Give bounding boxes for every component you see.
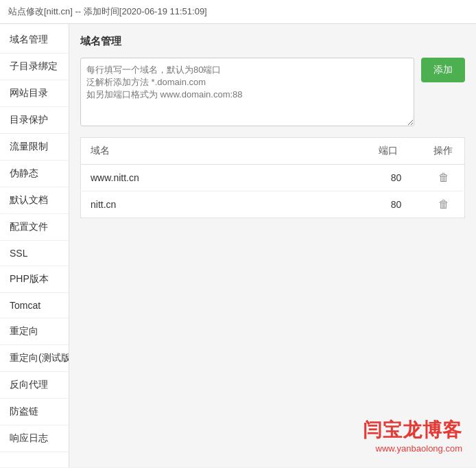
td-port: 80 — [369, 191, 424, 218]
sidebar-item-6[interactable]: 默认文档 — [0, 187, 69, 214]
domain-input-area: 添加 — [80, 58, 465, 126]
td-domain: nitt.cn — [81, 191, 369, 218]
watermark-url: www.yanbaolong.com — [363, 443, 462, 454]
sidebar-item-14[interactable]: 防盗链 — [0, 399, 69, 425]
th-action: 操作 — [424, 138, 465, 165]
sidebar-item-3[interactable]: 目录保护 — [0, 107, 69, 134]
watermark-title: 闫宝龙博客 — [363, 417, 462, 443]
table-header-row: 域名 端口 操作 — [81, 138, 465, 165]
main-content: 域名管理 添加 域名 端口 操作 www.nitt.cn80🗑nitt.cn80… — [69, 24, 476, 467]
sidebar-item-10[interactable]: Tomcat — [0, 293, 69, 318]
td-action: 🗑 — [424, 191, 465, 218]
main-layout: 域名管理子目录绑定网站目录目录保护流量限制伪静态默认文档配置文件SSLPHP版本… — [0, 24, 476, 467]
sidebar-item-11[interactable]: 重定向 — [0, 318, 69, 345]
td-port: 80 — [369, 165, 424, 191]
header-title: 站点修改[nitt.cn] -- 添加时间[2020-06-19 11:51:0… — [8, 6, 207, 16]
sidebar-item-5[interactable]: 伪静态 — [0, 161, 69, 187]
page-header: 站点修改[nitt.cn] -- 添加时间[2020-06-19 11:51:0… — [0, 0, 476, 24]
sidebar-item-9[interactable]: PHP版本 — [0, 266, 69, 293]
sidebar: 域名管理子目录绑定网站目录目录保护流量限制伪静态默认文档配置文件SSLPHP版本… — [0, 24, 69, 467]
domain-table: 域名 端口 操作 www.nitt.cn80🗑nitt.cn80🗑 — [80, 137, 465, 218]
sidebar-item-4[interactable]: 流量限制 — [0, 134, 69, 161]
td-domain: www.nitt.cn — [81, 165, 369, 191]
sidebar-item-0[interactable]: 域名管理 — [0, 27, 69, 54]
td-action: 🗑 — [424, 165, 465, 191]
sidebar-item-15[interactable]: 响应日志 — [0, 425, 69, 452]
th-domain: 域名 — [81, 138, 369, 165]
add-domain-button[interactable]: 添加 — [421, 58, 465, 82]
table-body: www.nitt.cn80🗑nitt.cn80🗑 — [81, 165, 465, 218]
table-row: www.nitt.cn80🗑 — [81, 165, 465, 191]
delete-icon[interactable]: 🗑 — [438, 172, 449, 183]
sidebar-item-1[interactable]: 子目录绑定 — [0, 54, 69, 80]
delete-icon[interactable]: 🗑 — [438, 198, 449, 210]
sidebar-item-7[interactable]: 配置文件 — [0, 214, 69, 241]
th-port: 端口 — [369, 138, 424, 165]
watermark: 闫宝龙博客 www.yanbaolong.com — [363, 417, 462, 454]
sidebar-item-2[interactable]: 网站目录 — [0, 80, 69, 107]
section-title: 域名管理 — [80, 35, 465, 48]
sidebar-item-12[interactable]: 重定向(测试版) — [0, 345, 69, 372]
sidebar-item-8[interactable]: SSL — [0, 241, 69, 266]
sidebar-item-13[interactable]: 反向代理 — [0, 372, 69, 399]
domain-textarea[interactable] — [80, 58, 414, 126]
table-head: 域名 端口 操作 — [81, 138, 465, 165]
table-row: nitt.cn80🗑 — [81, 191, 465, 218]
